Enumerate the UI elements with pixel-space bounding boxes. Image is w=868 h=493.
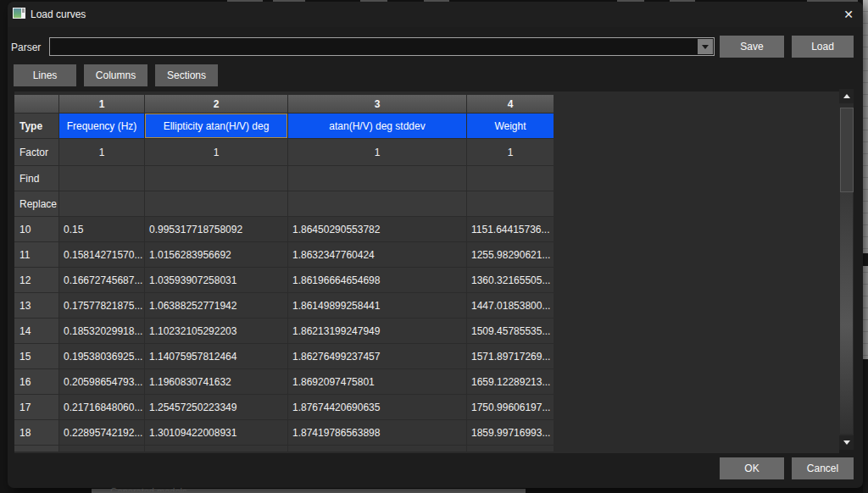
data-cell[interactable]: 0.16672745687... — [59, 268, 144, 292]
cell[interactable]: 1 — [59, 139, 144, 165]
table-row: 120.16672745687...1.035939072580311.8619… — [14, 268, 839, 292]
data-cell[interactable]: 0.18532029918... — [59, 319, 144, 343]
data-cell — [467, 446, 554, 451]
data-cell[interactable]: 1.06388252771942 — [145, 293, 287, 318]
cancel-button[interactable]: Cancel — [792, 457, 854, 479]
data-cell[interactable]: 1859.99716993... — [467, 420, 554, 445]
scrollbar-track[interactable] — [840, 192, 853, 434]
data-cell[interactable]: 0.19538036925... — [59, 344, 144, 368]
parser-combobox[interactable] — [49, 37, 715, 56]
param-row-factor: Factor1111 — [14, 139, 839, 165]
data-cell — [59, 446, 144, 451]
close-icon[interactable]: ✕ — [839, 5, 858, 24]
cell[interactable] — [288, 166, 466, 191]
load-curves-icon — [13, 8, 25, 19]
row-header[interactable]: Replace — [14, 191, 58, 216]
data-cell[interactable]: 1.86276499237457 — [288, 344, 466, 368]
row-number[interactable]: 10 — [14, 217, 58, 241]
data-cell[interactable]: 0.15814271570... — [59, 242, 144, 267]
param-row-find: Find — [14, 166, 839, 191]
data-cell[interactable]: 1360.32165505... — [467, 268, 554, 292]
ok-button[interactable]: OK — [720, 457, 784, 479]
data-cell[interactable]: 1.03593907258031 — [145, 268, 287, 292]
data-cell[interactable]: 1.86196664654698 — [288, 268, 466, 292]
row-number[interactable]: 17 — [14, 395, 58, 419]
data-cell[interactable]: 1.8692097475801 — [288, 369, 466, 394]
row-header[interactable]: Factor — [14, 139, 58, 165]
row-number[interactable]: 11 — [14, 242, 58, 267]
row-number[interactable]: 14 — [14, 319, 58, 343]
data-cell[interactable]: 1.0156283956692 — [145, 242, 287, 267]
data-cell[interactable]: 1.30109422008931 — [145, 420, 287, 445]
load-curves-dialog: Load curves ✕ Parser Save Load Lines Col… — [8, 2, 863, 488]
data-cell[interactable]: 1.87674420690635 — [288, 395, 466, 419]
type-cell[interactable]: atan(H/V) deg stddev — [288, 114, 466, 138]
row-header[interactable]: Find — [14, 166, 58, 191]
parser-label: Parser — [11, 42, 41, 53]
param-row-replace: Replace — [14, 191, 839, 216]
cell[interactable] — [145, 191, 287, 216]
data-cell[interactable]: 1.14075957812464 — [145, 344, 287, 368]
tab-lines[interactable]: Lines — [14, 64, 76, 86]
scrollbar-thumb[interactable] — [840, 108, 854, 192]
row-header[interactable]: Type — [14, 114, 58, 138]
cell[interactable] — [467, 166, 554, 191]
data-cell[interactable]: 1.87419786563898 — [288, 420, 466, 445]
scroll-down-icon[interactable] — [839, 435, 854, 450]
data-cell[interactable]: 1509.45785535... — [467, 319, 554, 343]
column-header-1[interactable]: 1 — [59, 95, 144, 113]
data-cell[interactable]: 1.86450290553782 — [288, 217, 466, 241]
data-cell[interactable]: 1659.12289213... — [467, 369, 554, 394]
row-number[interactable]: 12 — [14, 268, 58, 292]
data-cell[interactable]: 1750.99606197... — [467, 395, 554, 419]
cell[interactable]: 1 — [145, 139, 287, 165]
data-cell[interactable]: 0.17577821875... — [59, 293, 144, 318]
data-cell[interactable]: 1571.89717269... — [467, 344, 554, 368]
cell[interactable] — [59, 191, 144, 216]
load-button[interactable]: Load — [792, 36, 854, 58]
column-header-4[interactable]: 4 — [467, 95, 554, 113]
cell[interactable]: 1 — [288, 139, 466, 165]
data-cell[interactable]: 1.10232105292203 — [145, 319, 287, 343]
row-number[interactable]: 13 — [14, 293, 58, 318]
data-cell[interactable]: 1.86213199247949 — [288, 319, 466, 343]
cell[interactable] — [59, 166, 144, 191]
data-cell[interactable]: 0.21716848060... — [59, 395, 144, 419]
tab-columns[interactable]: Columns — [84, 64, 147, 86]
data-cell[interactable]: 1255.98290621... — [467, 242, 554, 267]
data-cell[interactable]: 0.995317718758092 — [145, 217, 287, 241]
cell[interactable] — [467, 191, 554, 216]
data-cell[interactable]: 0.22895742192... — [59, 420, 144, 445]
data-cell[interactable]: 1.1960830741632 — [145, 369, 287, 394]
background-app-right-dark-row — [863, 253, 868, 266]
type-cell[interactable]: Ellipticity atan(H/V) deg — [145, 114, 287, 138]
data-cell[interactable]: 1.86149899258441 — [288, 293, 466, 318]
scroll-up-icon[interactable] — [839, 89, 854, 103]
type-cell[interactable]: Weight — [467, 114, 554, 138]
data-cell — [145, 446, 287, 451]
column-header-3[interactable]: 3 — [288, 95, 466, 113]
table-row: 170.21716848060...1.254572502233491.8767… — [14, 395, 839, 419]
cell[interactable] — [288, 191, 466, 216]
data-cell[interactable]: 1151.64415736... — [467, 217, 554, 241]
save-button[interactable]: Save — [720, 36, 784, 58]
type-cell[interactable]: Frequency (Hz) — [59, 114, 144, 138]
tab-sections[interactable]: Sections — [155, 64, 218, 86]
cell[interactable]: 1 — [467, 139, 554, 165]
data-cell[interactable]: 1.25457250223349 — [145, 395, 287, 419]
table-row-partial — [14, 446, 839, 451]
data-cell[interactable]: 0.15 — [59, 217, 144, 241]
data-cell[interactable]: 1447.01853800... — [467, 293, 554, 318]
cell[interactable] — [145, 166, 287, 191]
chevron-down-icon[interactable] — [698, 39, 713, 54]
data-cell[interactable]: 1.8632347760424 — [288, 242, 466, 267]
row-number[interactable]: 16 — [14, 369, 58, 394]
vertical-scrollbar[interactable] — [839, 89, 854, 450]
row-number[interactable]: 18 — [14, 420, 58, 445]
title-bar[interactable]: Load curves ✕ — [8, 2, 863, 27]
column-header-2[interactable]: 2 — [145, 95, 287, 113]
table-row: 130.17577821875...1.063882527719421.8614… — [14, 293, 839, 318]
table-row: 150.19538036925...1.140759578124641.8627… — [14, 344, 839, 368]
row-number[interactable]: 15 — [14, 344, 58, 368]
data-cell[interactable]: 0.20598654793... — [59, 369, 144, 394]
